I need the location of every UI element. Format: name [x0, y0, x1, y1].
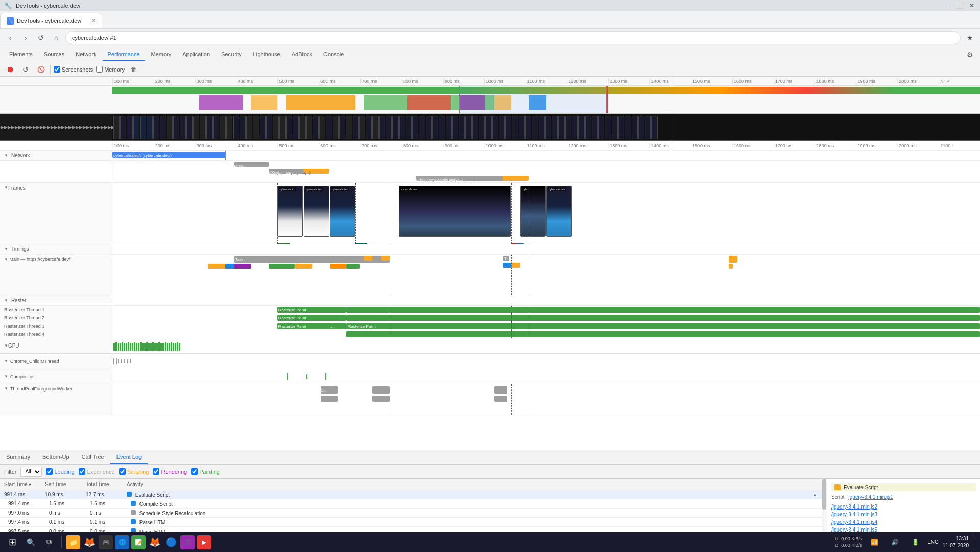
- tab-close-icon[interactable]: ✕: [91, 18, 96, 24]
- task-blue-2[interactable]: [503, 263, 511, 268]
- overview-minimap[interactable]: [0, 86, 980, 114]
- task-view-button[interactable]: ⧉: [41, 534, 57, 550]
- rendering-checkbox[interactable]: [153, 468, 159, 475]
- tab-console[interactable]: Console: [318, 48, 349, 61]
- script-link-1[interactable]: jquery-3.4.1.min.js1: [849, 494, 893, 500]
- table-row-schedule-style[interactable]: 997.0 ms 0 ms 0 ms Schedule Style Recalc…: [0, 509, 822, 518]
- task-green-2[interactable]: [346, 264, 359, 269]
- painting-filter[interactable]: Painting: [191, 468, 220, 475]
- scripting-checkbox[interactable]: [119, 468, 126, 475]
- threadpool-bar-s1[interactable]: S...: [321, 386, 338, 394]
- raster-bar-3-long[interactable]: Rasterize Paint: [346, 323, 980, 329]
- tab-lighthouse[interactable]: Lighthouse: [248, 48, 286, 61]
- col-header-start[interactable]: Start Time ▾: [4, 481, 45, 487]
- scripting-filter[interactable]: Scripting: [119, 468, 149, 475]
- start-button[interactable]: ⊞: [4, 534, 20, 550]
- loading-checkbox[interactable]: [46, 468, 53, 475]
- raster-bar-2-long[interactable]: [346, 315, 980, 321]
- task-yellow-right-1[interactable]: [729, 256, 737, 263]
- raster-bar-3b[interactable]: L...: [330, 323, 347, 329]
- task-yellow-3[interactable]: [364, 256, 372, 261]
- search-button[interactable]: 🔍: [22, 534, 39, 550]
- file-manager-icon[interactable]: 📁: [66, 535, 80, 549]
- script-link-4[interactable]: /jquery-3.4.1.min.js4: [831, 518, 976, 526]
- tab-sources[interactable]: Sources: [39, 48, 69, 61]
- task-yellow-right-2[interactable]: [729, 264, 733, 269]
- col-header-self[interactable]: Self Time: [45, 481, 86, 487]
- scrollbar-thumb[interactable]: [822, 479, 826, 510]
- clear-button[interactable]: 🚫: [35, 63, 47, 76]
- battery-icon[interactable]: 🔋: [907, 534, 923, 550]
- filter-select[interactable]: All: [20, 467, 42, 477]
- home-button[interactable]: ⌂: [50, 32, 62, 44]
- task-orange-1[interactable]: [330, 264, 347, 269]
- task-yellow-4[interactable]: [381, 256, 390, 261]
- task-yellow-2[interactable]: [295, 264, 312, 269]
- app-icon-5[interactable]: 🔵: [164, 535, 178, 549]
- app-icon-3[interactable]: 📝: [131, 535, 146, 549]
- col-header-activity[interactable]: Activity: [127, 481, 818, 487]
- firefox-icon[interactable]: 🦊: [82, 535, 97, 549]
- tab-memory[interactable]: Memory: [146, 48, 177, 61]
- network-bar-scree[interactable]: scree...: [234, 162, 260, 167]
- network-bar-cybercafe[interactable]: cybercafe.dev// (cybercafe.dev/): [112, 152, 225, 158]
- experience-checkbox[interactable]: [79, 468, 85, 475]
- reload-button[interactable]: ↺: [35, 32, 47, 44]
- show-desktop-button[interactable]: [973, 535, 976, 550]
- table-row-parse-html-1[interactable]: 997.4 ms 0.1 ms 0.1 ms Parse HTML: [0, 518, 822, 527]
- app-icon-7[interactable]: ▶: [197, 535, 211, 549]
- raster-bar-1-long[interactable]: [346, 307, 980, 313]
- raster-bar-2[interactable]: Rasterize Paint: [277, 315, 347, 321]
- table-row-evaluate-script[interactable]: 991.4 ms 10.9 ms 12.7 ms Evaluate Script…: [0, 490, 822, 499]
- experience-filter[interactable]: Experience: [79, 468, 115, 475]
- tab-bottom-up[interactable]: Bottom-Up: [36, 451, 76, 464]
- network-bar-collect[interactable]: collect (www.google-analyti...): [416, 176, 503, 181]
- screenshots-checkbox[interactable]: Screenshots: [54, 66, 93, 73]
- table-row-parse-html-2[interactable]: 997.5 ms 0.0 ms 0.0 ms Parse HTML: [0, 527, 822, 532]
- task-purple-1[interactable]: [234, 264, 251, 269]
- script-link-5[interactable]: /jquery-3.4.1.min.js5: [831, 526, 976, 532]
- tab-adblock[interactable]: AdBlock: [287, 48, 317, 61]
- task-yellow-5[interactable]: [511, 263, 520, 268]
- tab-summary[interactable]: Summary: [0, 451, 36, 464]
- clear2-button[interactable]: 🗑: [128, 63, 140, 76]
- tab-security[interactable]: Security: [216, 48, 247, 61]
- raster-bar-1[interactable]: Rasterize Paint: [277, 307, 347, 313]
- painting-checkbox[interactable]: [191, 468, 198, 475]
- tab-network[interactable]: Network: [71, 48, 101, 61]
- tab-elements[interactable]: Elements: [4, 48, 38, 61]
- app-icon-6[interactable]: 🎵: [180, 535, 195, 549]
- frame-thumb-4[interactable]: cyb...: [520, 186, 546, 237]
- task-green-1[interactable]: [269, 264, 295, 269]
- back-button[interactable]: ‹: [4, 32, 16, 44]
- browser-tab-devtools[interactable]: 🔧 DevTools - cybercafe.dev/ ✕: [0, 13, 102, 28]
- tab-call-tree[interactable]: Call Tree: [76, 451, 110, 464]
- frame-thumb-3[interactable]: cybercafe.dev: [330, 186, 355, 237]
- tab-performance[interactable]: Performance: [103, 48, 145, 61]
- timeline-tracks[interactable]: ▼ Network cybercafe.dev// (cybercafe.dev…: [0, 151, 980, 450]
- activity-scrollbar[interactable]: [822, 479, 827, 532]
- app-icon-2[interactable]: 🌐: [115, 535, 129, 549]
- memory-check[interactable]: [96, 66, 103, 73]
- loading-filter[interactable]: Loading: [46, 468, 74, 475]
- threadpool-bar-s3[interactable]: [494, 386, 507, 394]
- threadpool-bar-s2[interactable]: [372, 386, 390, 394]
- network-bar-casp[interactable]: casp...: [286, 169, 304, 174]
- forward-button[interactable]: ›: [19, 32, 32, 44]
- script-link-2[interactable]: /jquery-3.4.1.min.js2: [831, 503, 976, 511]
- selection-highlight[interactable]: [459, 86, 607, 113]
- frame-thumb-5[interactable]: cybercafe.dev: [546, 186, 572, 237]
- frame-thumb-2[interactable]: cybercafe.dev: [304, 186, 329, 237]
- tab-event-log[interactable]: Event Log: [110, 451, 148, 464]
- script-link-3[interactable]: /jquery-3.4.1.min.js3: [831, 511, 976, 518]
- bookmark-button[interactable]: ★: [964, 32, 976, 44]
- frame-thumb-multistrip[interactable]: cybercafe.dev: [399, 186, 511, 237]
- raster-bar-4-long[interactable]: [346, 331, 980, 337]
- close-button[interactable]: ✕: [968, 2, 976, 10]
- tab-application[interactable]: Application: [177, 48, 215, 61]
- app-icon-4[interactable]: 🦊: [148, 535, 162, 549]
- app-icon-1[interactable]: 🎮: [99, 535, 113, 549]
- record-button[interactable]: ⏺: [4, 63, 16, 76]
- threadpool-bar-s1b[interactable]: [321, 396, 338, 402]
- volume-icon[interactable]: 🔊: [886, 534, 903, 550]
